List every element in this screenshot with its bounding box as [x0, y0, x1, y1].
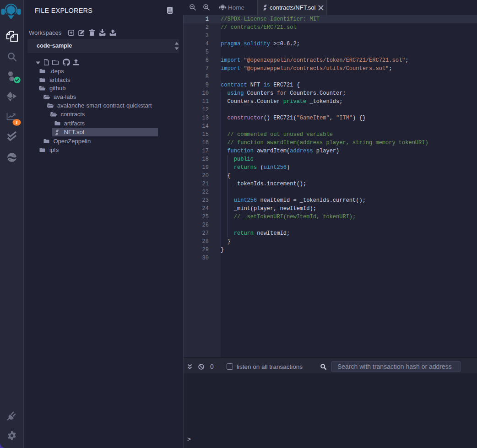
svg-text:1: 1 [16, 119, 18, 125]
